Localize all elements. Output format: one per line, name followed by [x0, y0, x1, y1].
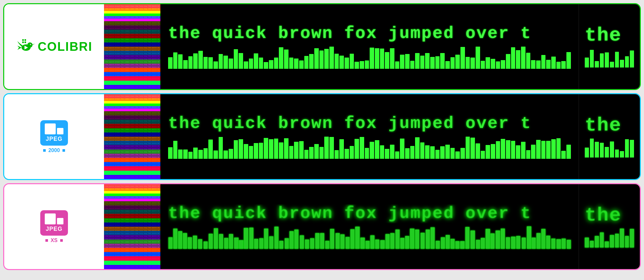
bar: [319, 147, 324, 158]
bar: [279, 142, 283, 158]
row-jpeg2000: JPEG 2000 the quick brown fox jumps over…: [3, 93, 641, 180]
bar: [421, 233, 425, 249]
bar: [605, 241, 609, 248]
bar: [213, 61, 218, 68]
bar: [319, 50, 324, 68]
bar: [527, 226, 531, 248]
bar: [541, 55, 546, 69]
bar: [305, 239, 309, 249]
bar: [506, 237, 510, 248]
bar: [522, 238, 526, 249]
svg-point-3: [31, 44, 31, 44]
bar: [556, 239, 561, 248]
row-colibri: COLIBRI the quick brown fox jumps over t…: [3, 3, 641, 90]
bar: [249, 146, 253, 158]
bar: [455, 241, 459, 249]
bar: [193, 236, 197, 249]
bar: [390, 48, 394, 68]
bar: [168, 237, 173, 248]
bar: [375, 48, 379, 68]
bar: [620, 60, 624, 68]
bar: [491, 59, 495, 68]
jpeg-big-square: [45, 123, 56, 134]
barcode-2: [168, 136, 571, 159]
bar: [526, 53, 531, 69]
bar: [490, 233, 495, 249]
bar: [486, 229, 490, 248]
bar: [561, 61, 566, 69]
bar: [244, 61, 248, 69]
bar: [244, 228, 248, 249]
bar: [521, 47, 526, 68]
thumb-image-1: the quick brown fox jumps over the lazy …: [104, 4, 160, 89]
bar: [244, 144, 248, 158]
bar: [585, 148, 589, 158]
bar: [585, 238, 589, 248]
bar: [400, 55, 404, 68]
bar: [324, 137, 329, 159]
bar: [600, 143, 604, 158]
bar: [355, 139, 359, 159]
bar: [274, 58, 279, 69]
bar: [561, 151, 566, 158]
bar: [223, 56, 228, 69]
bar: [324, 49, 329, 68]
bar: [566, 145, 571, 159]
jpeg-label-xs: JPEG: [46, 226, 62, 232]
bar: [501, 229, 505, 249]
bar: [615, 52, 619, 68]
bar: [370, 48, 374, 68]
bar: [506, 54, 510, 69]
bar: [531, 60, 535, 69]
bar: [385, 52, 389, 69]
bar: [310, 238, 314, 248]
bar: [355, 227, 359, 249]
bar: [516, 50, 520, 68]
bar: [335, 54, 339, 68]
bar: [350, 146, 354, 159]
bar: [610, 62, 614, 68]
bar: [239, 139, 243, 158]
bar: [380, 240, 384, 248]
bar: [511, 141, 516, 158]
bar: [481, 61, 485, 69]
bar: [335, 150, 339, 159]
thumb-panel-2: the quick brown fox jumps over the lazy …: [104, 94, 160, 179]
bar: [300, 235, 304, 248]
bar: [491, 144, 495, 159]
jpeg-2000-logo: JPEG 2000: [40, 120, 68, 153]
bar: [299, 141, 304, 159]
bar: [415, 230, 419, 249]
colibri-logo: COLIBRI: [16, 39, 92, 55]
jpeg-xs-big-square: [45, 213, 56, 224]
bar: [178, 231, 182, 249]
bar: [556, 138, 561, 158]
bar: [294, 142, 298, 159]
bar: [208, 57, 213, 68]
bar: [168, 57, 173, 68]
right-preview-2: the: [579, 94, 640, 179]
bar: [254, 53, 258, 69]
bar: [339, 56, 344, 69]
bar: [410, 146, 415, 159]
bar: [370, 142, 374, 158]
bar: [320, 233, 324, 249]
bar: [385, 149, 389, 158]
bar: [380, 49, 384, 69]
bar: [395, 230, 400, 249]
bar: [600, 53, 604, 68]
bar: [441, 237, 445, 249]
bar: [445, 61, 450, 69]
bar: [264, 229, 268, 248]
bar: [198, 239, 202, 248]
bar: [188, 237, 192, 249]
bar: [279, 47, 283, 68]
bar: [269, 236, 273, 249]
bar: [339, 139, 344, 158]
bar: [234, 238, 238, 249]
bar: [610, 141, 614, 158]
thumb-panel-1: the quick brown fox jumps over the lazy …: [104, 4, 160, 89]
bar: [630, 140, 634, 158]
preview-text-3: the: [585, 206, 634, 225]
bar: [400, 139, 404, 159]
